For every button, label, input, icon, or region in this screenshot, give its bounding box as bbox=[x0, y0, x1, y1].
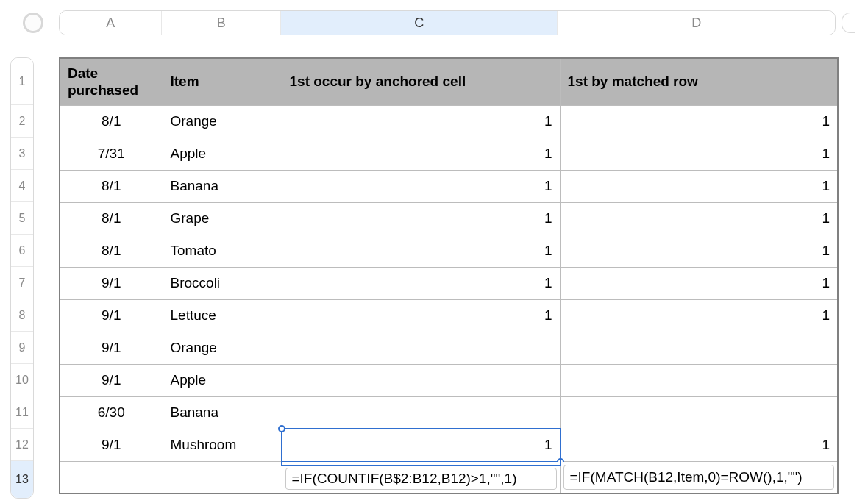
cell-D6[interactable]: 1 bbox=[560, 235, 838, 267]
cell-B4[interactable]: Banana bbox=[163, 170, 282, 202]
header-match[interactable]: 1st by matched row bbox=[560, 58, 838, 105]
column-header-C[interactable]: C bbox=[281, 11, 558, 35]
table-row: 8/1 Tomato 1 1 bbox=[60, 235, 838, 267]
select-all-icon bbox=[23, 13, 43, 33]
cell-C6[interactable]: 1 bbox=[282, 235, 560, 267]
row-header-4[interactable]: 4 bbox=[11, 170, 33, 202]
cell-A9[interactable]: 9/1 bbox=[60, 332, 163, 364]
cell-C8[interactable]: 1 bbox=[282, 299, 560, 332]
cell-B13[interactable] bbox=[163, 461, 282, 493]
row-header-11[interactable]: 11 bbox=[11, 396, 33, 429]
cell-B5[interactable]: Grape bbox=[163, 202, 282, 235]
formula-display-C13: =IF(COUNTIF(B$2:B12,B12)>1,"",1) bbox=[285, 468, 557, 490]
row-header-9[interactable]: 9 bbox=[11, 332, 33, 364]
cell-C7[interactable]: 1 bbox=[282, 267, 560, 299]
cell-C4[interactable]: 1 bbox=[282, 170, 560, 202]
row-header-10[interactable]: 10 bbox=[11, 364, 33, 396]
table-row: 9/1 Lettuce 1 1 bbox=[60, 299, 838, 332]
cell-C9[interactable] bbox=[282, 332, 560, 364]
cell-A4[interactable]: 8/1 bbox=[60, 170, 163, 202]
cell-C3[interactable]: 1 bbox=[282, 138, 560, 170]
table-header-row: Date purchased Item 1st occur by anchore… bbox=[60, 58, 838, 105]
cell-D8[interactable]: 1 bbox=[560, 299, 838, 332]
row-headers: 1 2 3 4 5 6 7 8 9 10 11 12 13 bbox=[10, 57, 34, 499]
cell-D13[interactable]: =IF(MATCH(B12,Item,0)=ROW(),1,"") bbox=[560, 461, 838, 493]
cell-B9[interactable]: Orange bbox=[163, 332, 282, 364]
cell-A7[interactable]: 9/1 bbox=[60, 267, 163, 299]
cell-B12[interactable]: Mushroom bbox=[163, 429, 282, 461]
table-row: 8/1 Banana 1 1 bbox=[60, 170, 838, 202]
cell-A2[interactable]: 8/1 bbox=[60, 105, 163, 138]
cell-D4[interactable]: 1 bbox=[560, 170, 838, 202]
cell-D2[interactable]: 1 bbox=[560, 105, 838, 138]
cell-B10[interactable]: Apple bbox=[163, 364, 282, 396]
header-item[interactable]: Item bbox=[163, 58, 282, 105]
data-table: Date purchased Item 1st occur by anchore… bbox=[59, 57, 839, 494]
cell-C12[interactable]: 1 bbox=[282, 429, 560, 461]
table-row: 9/1 Apple bbox=[60, 364, 838, 396]
cell-C2[interactable]: 1 bbox=[282, 105, 560, 138]
column-header-strip: A B C D bbox=[10, 10, 858, 35]
header-date[interactable]: Date purchased bbox=[60, 58, 163, 105]
cell-A11[interactable]: 6/30 bbox=[60, 396, 163, 429]
cell-A13[interactable] bbox=[60, 461, 163, 493]
row-header-6[interactable]: 6 bbox=[11, 235, 33, 267]
spreadsheet: A B C D 1 2 3 4 5 6 7 8 9 10 11 12 13 bbox=[0, 0, 868, 499]
cell-A3[interactable]: 7/31 bbox=[60, 138, 163, 170]
table-row: 9/1 Orange bbox=[60, 332, 838, 364]
column-header-B[interactable]: B bbox=[162, 11, 280, 35]
table-row: 8/1 Orange 1 1 bbox=[60, 105, 838, 138]
row-header-13[interactable]: 13 bbox=[11, 461, 33, 498]
row-header-1[interactable]: 1 bbox=[11, 58, 33, 105]
cell-D12[interactable]: 1 bbox=[560, 429, 838, 461]
cell-D9[interactable] bbox=[560, 332, 838, 364]
table-row: 9/1 Broccoli 1 1 bbox=[60, 267, 838, 299]
cell-C10[interactable] bbox=[282, 364, 560, 396]
column-header-D[interactable]: D bbox=[558, 11, 835, 35]
cell-B7[interactable]: Broccoli bbox=[163, 267, 282, 299]
cell-C5[interactable]: 1 bbox=[282, 202, 560, 235]
cell-B11[interactable]: Banana bbox=[163, 396, 282, 429]
row-header-8[interactable]: 8 bbox=[11, 299, 33, 332]
cell-C13[interactable]: =IF(COUNTIF(B$2:B12,B12)>1,"",1) bbox=[282, 461, 560, 493]
cell-A5[interactable]: 8/1 bbox=[60, 202, 163, 235]
formula-display-D13: =IF(MATCH(B12,Item,0)=ROW(),1,"") bbox=[563, 465, 835, 490]
add-column-handle[interactable] bbox=[842, 11, 858, 35]
cell-A10[interactable]: 9/1 bbox=[60, 364, 163, 396]
column-headers: A B C D bbox=[59, 10, 836, 35]
table-row: 9/1 Mushroom 1 1 bbox=[60, 429, 838, 461]
cell-B3[interactable]: Apple bbox=[163, 138, 282, 170]
table-row: 7/31 Apple 1 1 bbox=[60, 138, 838, 170]
selection-border bbox=[281, 428, 561, 463]
cell-C12-value: 1 bbox=[544, 437, 552, 452]
table-row: 6/30 Banana bbox=[60, 396, 838, 429]
cell-B6[interactable]: Tomato bbox=[163, 235, 282, 267]
row-header-7[interactable]: 7 bbox=[11, 267, 33, 299]
cell-C11[interactable] bbox=[282, 396, 560, 429]
cell-B8[interactable]: Lettuce bbox=[163, 299, 282, 332]
cell-A12[interactable]: 9/1 bbox=[60, 429, 163, 461]
row-header-12[interactable]: 12 bbox=[11, 429, 33, 461]
grid: Date purchased Item 1st occur by anchore… bbox=[59, 57, 858, 499]
cell-D5[interactable]: 1 bbox=[560, 202, 838, 235]
table-row: =IF(COUNTIF(B$2:B12,B12)>1,"",1) =IF(MAT… bbox=[60, 461, 838, 493]
row-header-5[interactable]: 5 bbox=[11, 202, 33, 235]
cell-D3[interactable]: 1 bbox=[560, 138, 838, 170]
cell-D7[interactable]: 1 bbox=[560, 267, 838, 299]
table-row: 8/1 Grape 1 1 bbox=[60, 202, 838, 235]
cell-B2[interactable]: Orange bbox=[163, 105, 282, 138]
header-occur[interactable]: 1st occur by anchored cell bbox=[282, 58, 560, 105]
cell-D10[interactable] bbox=[560, 364, 838, 396]
cell-A8[interactable]: 9/1 bbox=[60, 299, 163, 332]
column-header-A[interactable]: A bbox=[60, 11, 162, 35]
row-header-2[interactable]: 2 bbox=[11, 105, 33, 138]
row-header-3[interactable]: 3 bbox=[11, 138, 33, 170]
select-all-corner[interactable] bbox=[10, 13, 56, 33]
cell-A6[interactable]: 8/1 bbox=[60, 235, 163, 267]
cell-D11[interactable] bbox=[560, 396, 838, 429]
